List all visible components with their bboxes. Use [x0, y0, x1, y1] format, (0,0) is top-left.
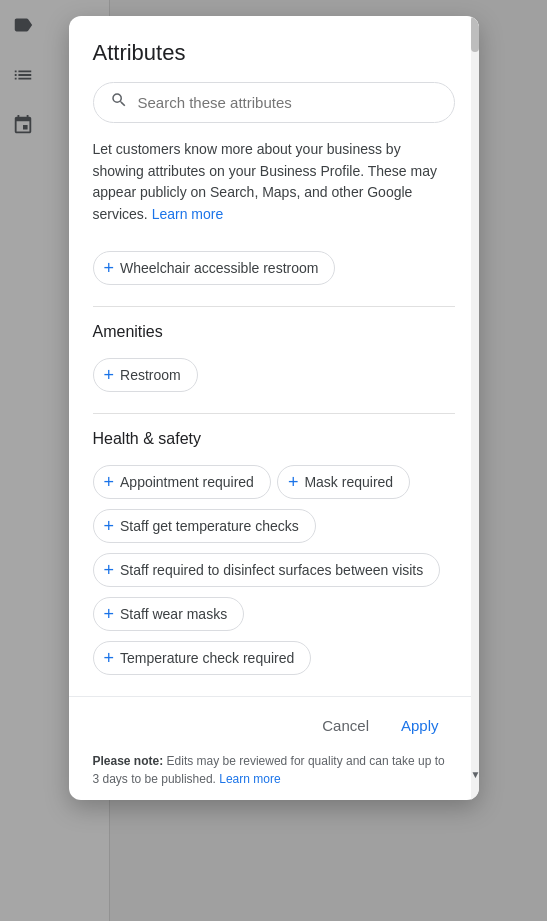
chip-label: Staff get temperature checks — [120, 518, 299, 534]
plus-icon: + — [288, 473, 299, 491]
chip-label: Appointment required — [120, 474, 254, 490]
dialog-title: Attributes — [93, 40, 455, 66]
amenities-label: Amenities — [93, 323, 455, 341]
search-input[interactable] — [138, 94, 438, 111]
dialog-backdrop: Attributes Let customers know more about… — [0, 0, 547, 921]
chip-temperature-check-required[interactable]: + Temperature check required — [93, 641, 312, 675]
apply-button[interactable]: Apply — [385, 709, 455, 742]
health-safety-label: Health & safety — [93, 430, 455, 448]
chip-restroom[interactable]: + Restroom — [93, 358, 198, 392]
chip-disinfect-surfaces[interactable]: + Staff required to disinfect surfaces b… — [93, 553, 441, 587]
footer-learn-more-link[interactable]: Learn more — [219, 772, 280, 786]
divider-health-safety — [93, 413, 455, 414]
chip-staff-temperature-checks[interactable]: + Staff get temperature checks — [93, 509, 316, 543]
chip-mask-required[interactable]: + Mask required — [277, 465, 410, 499]
health-safety-section: Health & safety + Appointment required +… — [93, 430, 455, 680]
plus-icon: + — [104, 259, 115, 277]
plus-icon: + — [104, 473, 115, 491]
chip-label: Staff wear masks — [120, 606, 227, 622]
scrollbar-track: ▼ — [471, 16, 479, 800]
accessibility-section: + Wheelchair accessible restroom — [93, 246, 455, 290]
description-content: Let customers know more about your busin… — [93, 141, 437, 222]
attributes-dialog: Attributes Let customers know more about… — [69, 16, 479, 800]
chip-label: Staff required to disinfect surfaces bet… — [120, 562, 423, 578]
amenities-section: Amenities + Restroom — [93, 323, 455, 397]
dialog-footer: Cancel Apply Please note: Edits may be r… — [69, 696, 479, 800]
chip-label: Restroom — [120, 367, 181, 383]
dialog-body: + Wheelchair accessible restroom Ameniti… — [69, 230, 479, 696]
scrollbar-thumb — [471, 16, 479, 52]
divider-amenities — [93, 306, 455, 307]
chip-label: Wheelchair accessible restroom — [120, 260, 318, 276]
health-safety-chips: + Appointment required + Mask required +… — [93, 460, 455, 680]
learn-more-link[interactable]: Learn more — [152, 206, 224, 222]
search-bar[interactable] — [93, 82, 455, 123]
footer-note-bold: Please note: — [93, 754, 164, 768]
chip-label: Mask required — [304, 474, 393, 490]
search-icon — [110, 91, 128, 114]
accessibility-chips: + Wheelchair accessible restroom — [93, 246, 455, 290]
footer-actions: Cancel Apply — [93, 709, 455, 742]
cancel-button[interactable]: Cancel — [306, 709, 385, 742]
chip-label: Temperature check required — [120, 650, 294, 666]
plus-icon: + — [104, 649, 115, 667]
chip-wheelchair-accessible-restroom[interactable]: + Wheelchair accessible restroom — [93, 251, 336, 285]
plus-icon: + — [104, 517, 115, 535]
bottom-spacer — [93, 680, 455, 688]
plus-icon: + — [104, 561, 115, 579]
dialog-header: Attributes Let customers know more about… — [69, 16, 479, 230]
scroll-down-arrow[interactable]: ▼ — [471, 769, 479, 780]
description-text: Let customers know more about your busin… — [93, 139, 455, 226]
chip-staff-wear-masks[interactable]: + Staff wear masks — [93, 597, 245, 631]
plus-icon: + — [104, 605, 115, 623]
chip-appointment-required[interactable]: + Appointment required — [93, 465, 271, 499]
footer-note: Please note: Edits may be reviewed for q… — [93, 752, 455, 788]
amenities-chips: + Restroom — [93, 353, 455, 397]
plus-icon: + — [104, 366, 115, 384]
